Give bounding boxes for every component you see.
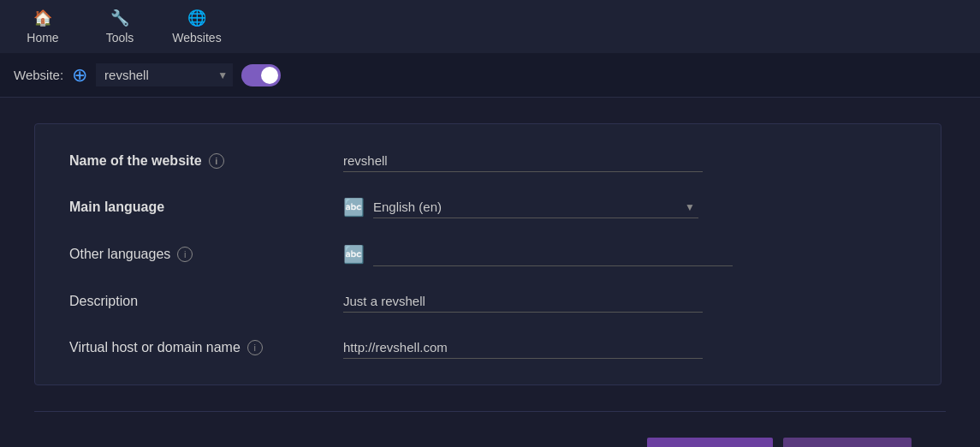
- other-languages-info-icon[interactable]: i: [177, 247, 193, 262]
- language-az-icon: 🔤: [343, 197, 365, 218]
- toggle-track: [241, 64, 281, 86]
- nav-tools-label: Tools: [106, 31, 134, 45]
- nav-home[interactable]: 🏠 Home: [17, 9, 68, 45]
- divider: [34, 411, 946, 412]
- nav-websites[interactable]: 🌐 Websites: [171, 9, 223, 45]
- virtual-host-label: Virtual host or domain name i: [69, 340, 343, 355]
- main-language-row: Main language 🔤 English (en) French (fr)…: [69, 196, 906, 218]
- website-bar: Website: ⊕ revshell ▼: [0, 53, 980, 98]
- main-content: Name of the website i Main language 🔤 En…: [0, 98, 980, 447]
- description-label: Description: [69, 294, 343, 309]
- website-name-info-icon[interactable]: i: [209, 153, 224, 169]
- nav-websites-label: Websites: [172, 31, 221, 45]
- nav-tools[interactable]: 🔧 Tools: [94, 9, 146, 45]
- action-row: CREATE CANCEL: [34, 429, 946, 447]
- website-select[interactable]: revshell: [96, 63, 233, 86]
- nav-home-label: Home: [27, 31, 58, 45]
- description-row: Description: [69, 290, 906, 313]
- home-icon: 🏠: [33, 9, 52, 27]
- lang-select-container: English (en) French (fr) Spanish (es) Ge…: [373, 196, 698, 218]
- form-container: Name of the website i Main language 🔤 En…: [34, 123, 941, 385]
- website-name-row: Name of the website i: [69, 150, 906, 172]
- other-languages-field[interactable]: [373, 242, 733, 266]
- toggle-knob: [261, 67, 278, 84]
- main-language-select-wrapper: 🔤 English (en) French (fr) Spanish (es) …: [343, 196, 698, 218]
- main-language-label: Main language: [69, 200, 343, 215]
- website-select-wrapper: revshell ▼: [96, 63, 233, 86]
- main-language-select[interactable]: English (en) French (fr) Spanish (es) Ge…: [373, 196, 698, 218]
- virtual-host-row: Virtual host or domain name i: [69, 337, 906, 359]
- websites-icon: 🌐: [187, 9, 206, 27]
- tools-icon: 🔧: [110, 9, 129, 27]
- navbar: 🏠 Home 🔧 Tools 🌐 Websites: [0, 0, 980, 53]
- other-lang-az-icon: 🔤: [343, 244, 365, 265]
- description-input[interactable]: [343, 290, 703, 313]
- website-name-label: Name of the website i: [69, 153, 343, 169]
- other-languages-row: Other languages i 🔤: [69, 242, 906, 266]
- add-website-button[interactable]: ⊕: [72, 66, 87, 85]
- virtual-host-info-icon[interactable]: i: [247, 340, 263, 355]
- website-bar-label: Website:: [14, 68, 63, 82]
- other-languages-label: Other languages i: [69, 247, 343, 262]
- virtual-host-input[interactable]: [343, 337, 703, 359]
- other-languages-input-wrapper: 🔤: [343, 242, 733, 266]
- website-name-input[interactable]: [343, 150, 703, 172]
- toggle-switch[interactable]: [241, 64, 281, 86]
- cancel-button[interactable]: CANCEL: [783, 438, 912, 447]
- create-button[interactable]: CREATE: [647, 438, 774, 447]
